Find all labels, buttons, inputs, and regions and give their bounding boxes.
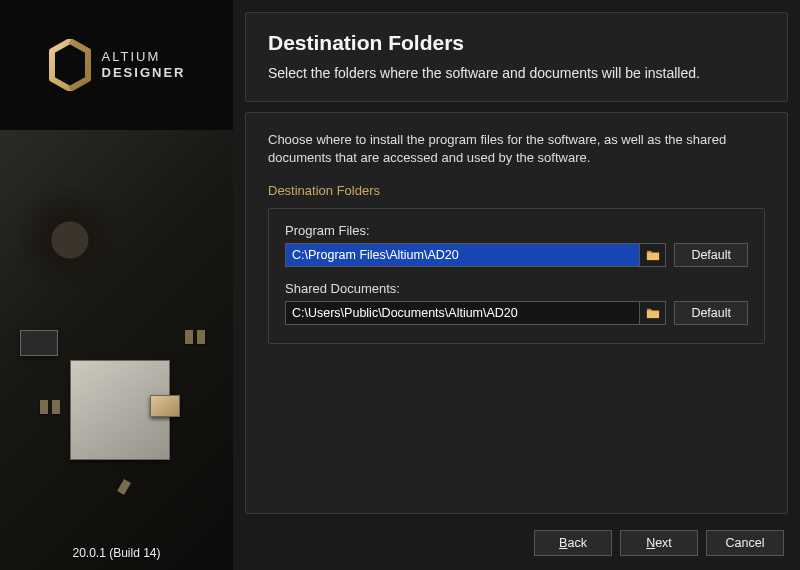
page-subtitle: Select the folders where the software an… [268,65,765,81]
program-files-path-wrap [285,243,666,267]
sidebar-artwork: 20.0.1 (Build 14) [0,130,233,570]
program-files-row: Program Files: Default [285,223,748,267]
next-button-rest: ext [655,536,672,550]
shared-docs-input[interactable] [286,302,639,324]
section-title: Destination Folders [268,183,765,198]
program-files-input[interactable] [286,244,639,266]
folder-icon [646,249,660,261]
sidebar: ALTIUM DESIGNER 20.0.1 (Build 14) [0,0,233,570]
fields-group: Program Files: Default [268,208,765,344]
brand-line2: DESIGNER [102,65,186,81]
wizard-footer: Back Next Cancel [245,524,788,558]
header-card: Destination Folders Select the folders w… [245,12,788,102]
brand-line1: ALTIUM [102,49,186,65]
brand-text: ALTIUM DESIGNER [102,49,186,82]
shared-docs-row: Shared Documents: Default [285,281,748,325]
brand-logo: ALTIUM DESIGNER [0,0,233,130]
page-title: Destination Folders [268,31,765,55]
folder-icon [646,307,660,319]
altium-logo-icon [48,39,92,91]
body-card: Choose where to install the program file… [245,112,788,514]
intro-text: Choose where to install the program file… [268,131,765,167]
program-files-label: Program Files: [285,223,748,238]
back-button-rest: ack [567,536,586,550]
cancel-button[interactable]: Cancel [706,530,784,556]
program-files-browse-button[interactable] [639,244,665,266]
version-label: 20.0.1 (Build 14) [0,546,233,560]
shared-docs-default-button[interactable]: Default [674,301,748,325]
shared-docs-path-wrap [285,301,666,325]
back-button[interactable]: Back [534,530,612,556]
next-button[interactable]: Next [620,530,698,556]
program-files-default-button[interactable]: Default [674,243,748,267]
main-panel: Destination Folders Select the folders w… [233,0,800,570]
shared-docs-label: Shared Documents: [285,281,748,296]
shared-docs-browse-button[interactable] [639,302,665,324]
